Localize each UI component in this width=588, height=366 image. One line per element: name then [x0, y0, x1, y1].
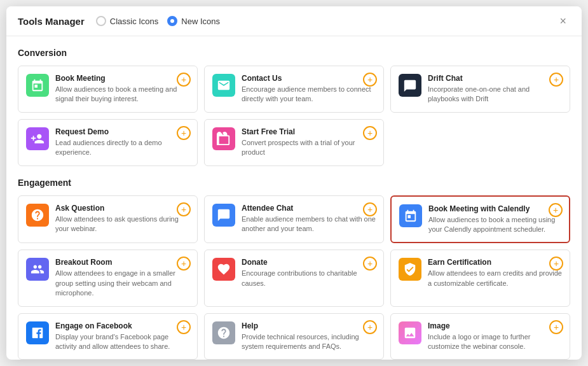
ask-question-add-btn[interactable]: +: [177, 202, 191, 216]
attendee-chat-icon: [212, 204, 235, 227]
tool-card-ask-question[interactable]: Ask Question Allow attendees to ask ques…: [18, 195, 198, 244]
book-meeting-desc: Allow audiences to book a meeting and si…: [55, 85, 189, 104]
tool-card-donate[interactable]: Donate Encourage contributions to charit…: [204, 250, 384, 306]
image-desc: Include a logo or image to further custo…: [428, 332, 562, 352]
ask-question-name: Ask Question: [55, 204, 189, 213]
modal-header: Tools Manager Classic Icons New Icons ×: [6, 6, 582, 36]
request-demo-name: Request Demo: [55, 127, 189, 136]
donate-icon: [212, 258, 235, 281]
start-free-trial-add-btn[interactable]: +: [363, 126, 377, 140]
engagement-tools-grid: Ask Question Allow attendees to ask ques…: [18, 195, 570, 360]
attendee-chat-add-btn[interactable]: +: [363, 202, 377, 216]
ask-question-desc: Allow attendees to ask questions during …: [55, 215, 189, 234]
image-icon: [399, 321, 421, 344]
breakout-room-name: Breakout Room: [55, 258, 189, 267]
image-add-btn[interactable]: +: [549, 320, 563, 334]
drift-chat-name: Drift Chat: [428, 74, 562, 83]
tools-manager-modal: Tools Manager Classic Icons New Icons × …: [6, 6, 582, 360]
image-content: Image Include a logo or image to further…: [428, 321, 562, 352]
donate-name: Donate: [242, 258, 376, 267]
breakout-room-desc: Allow attendees to engage in a smaller g…: [55, 269, 189, 298]
tool-card-engage-facebook[interactable]: Engage on Facebook Display your brand's …: [18, 313, 198, 360]
drift-chat-desc: Incorporate one-on-one chat and playbook…: [428, 85, 562, 104]
conversion-section-title: Conversion: [18, 48, 570, 58]
close-button[interactable]: ×: [556, 14, 570, 28]
tool-card-start-free-trial[interactable]: Start Free Trial Convert prospects with …: [204, 119, 384, 166]
ask-question-icon: [26, 204, 49, 227]
help-desc: Provide technical resources, including s…: [242, 332, 376, 352]
help-name: Help: [242, 321, 376, 330]
engage-facebook-name: Engage on Facebook: [55, 321, 189, 330]
tool-card-contact-us[interactable]: Contact Us Encourage audience members to…: [204, 66, 384, 113]
help-icon: [212, 321, 235, 344]
drift-chat-content: Drift Chat Incorporate one-on-one chat a…: [428, 74, 562, 104]
book-meeting-calendly-name: Book Meeting with Calendly: [428, 204, 561, 213]
request-demo-desc: Lead audiences directly to a demo experi…: [55, 138, 189, 158]
icon-type-radio-group: Classic Icons New Icons: [96, 16, 220, 26]
book-meeting-calendly-content: Book Meeting with Calendly Allow audienc…: [428, 204, 561, 235]
tool-card-breakout-room[interactable]: Breakout Room Allow attendees to engage …: [18, 250, 198, 306]
contact-us-icon: [212, 74, 235, 97]
donate-desc: Encourage contributions to charitable ca…: [242, 269, 376, 288]
start-free-trial-content: Start Free Trial Convert prospects with …: [242, 127, 376, 158]
book-meeting-content: Book Meeting Allow audiences to book a m…: [55, 74, 189, 104]
start-free-trial-name: Start Free Trial: [242, 127, 376, 136]
book-meeting-add-btn[interactable]: +: [177, 73, 191, 87]
book-meeting-calendly-desc: Allow audiences to book a meeting using …: [428, 215, 561, 235]
request-demo-add-btn[interactable]: +: [177, 126, 191, 140]
new-icons-option[interactable]: New Icons: [167, 16, 220, 26]
modal-title: Tools Manager: [18, 16, 85, 27]
start-free-trial-desc: Convert prospects with a trial of your p…: [242, 138, 376, 158]
help-add-btn[interactable]: +: [363, 320, 377, 334]
image-name: Image: [428, 321, 562, 330]
ask-question-content: Ask Question Allow attendees to ask ques…: [55, 204, 189, 234]
breakout-room-icon: [26, 258, 49, 281]
request-demo-content: Request Demo Lead audiences directly to …: [55, 127, 189, 158]
classic-icons-option[interactable]: Classic Icons: [96, 16, 159, 26]
contact-us-add-btn[interactable]: +: [363, 73, 377, 87]
request-demo-icon: [26, 127, 49, 150]
book-meeting-calendly-icon: [399, 204, 422, 227]
start-free-trial-icon: [212, 127, 235, 150]
book-meeting-icon: [26, 74, 49, 97]
help-content: Help Provide technical resources, includ…: [242, 321, 376, 352]
classic-icons-radio[interactable]: [96, 16, 106, 26]
drift-chat-add-btn[interactable]: +: [549, 73, 563, 87]
engage-facebook-icon: [26, 321, 49, 344]
engage-facebook-desc: Display your brand's Facebook page activ…: [55, 332, 189, 352]
tool-card-drift-chat[interactable]: Drift Chat Incorporate one-on-one chat a…: [390, 66, 570, 113]
earn-certification-icon: [399, 258, 421, 281]
contact-us-content: Contact Us Encourage audience members to…: [242, 74, 376, 104]
contact-us-name: Contact Us: [242, 74, 376, 83]
tool-card-book-meeting[interactable]: Book Meeting Allow audiences to book a m…: [18, 66, 198, 113]
drift-chat-icon: [399, 74, 421, 97]
breakout-room-content: Breakout Room Allow attendees to engage …: [55, 258, 189, 298]
earn-certification-desc: Allow attendees to earn credits and prov…: [428, 269, 562, 288]
engage-facebook-content: Engage on Facebook Display your brand's …: [55, 321, 189, 352]
tool-card-earn-certification[interactable]: Earn Certification Allow attendees to ea…: [390, 250, 570, 306]
tool-card-book-meeting-calendly[interactable]: Book Meeting with Calendly Allow audienc…: [390, 195, 570, 244]
tool-card-request-demo[interactable]: Request Demo Lead audiences directly to …: [18, 119, 198, 166]
new-icons-label: New Icons: [181, 17, 220, 26]
book-meeting-name: Book Meeting: [55, 74, 189, 83]
engage-facebook-add-btn[interactable]: +: [177, 320, 191, 334]
tool-card-attendee-chat[interactable]: Attendee Chat Enable audience members to…: [204, 195, 384, 244]
donate-content: Donate Encourage contributions to charit…: [242, 258, 376, 288]
book-meeting-calendly-add-btn[interactable]: +: [549, 203, 563, 217]
classic-icons-label: Classic Icons: [110, 17, 159, 26]
earn-certification-content: Earn Certification Allow attendees to ea…: [428, 258, 562, 288]
attendee-chat-content: Attendee Chat Enable audience members to…: [242, 204, 376, 234]
tool-card-image[interactable]: Image Include a logo or image to further…: [390, 313, 570, 360]
attendee-chat-desc: Enable audience members to chat with one…: [242, 215, 376, 234]
new-icons-radio[interactable]: [167, 16, 177, 26]
engagement-section-title: Engagement: [18, 178, 570, 188]
modal-body: Conversion Book Meeting Allow audiences …: [6, 36, 582, 360]
earn-certification-name: Earn Certification: [428, 258, 562, 267]
tool-card-help[interactable]: Help Provide technical resources, includ…: [204, 313, 384, 360]
conversion-tools-grid: Book Meeting Allow audiences to book a m…: [18, 66, 570, 166]
attendee-chat-name: Attendee Chat: [242, 204, 376, 213]
contact-us-desc: Encourage audience members to connect di…: [242, 85, 376, 104]
